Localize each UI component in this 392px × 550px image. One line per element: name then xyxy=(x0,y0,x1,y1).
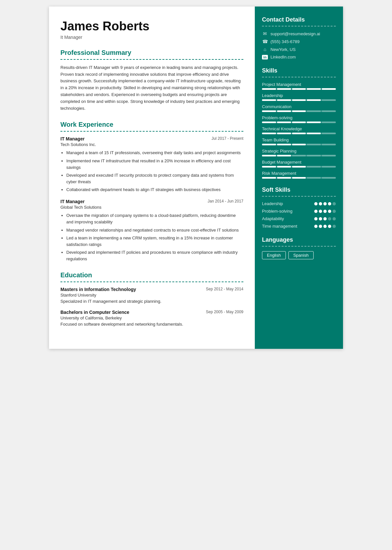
soft-skill-row: Adaptability xyxy=(262,216,336,221)
email-icon: ✉ xyxy=(262,31,268,36)
edu-1-dates: Sep 2012 - May 2014 xyxy=(206,287,243,291)
skill-segment xyxy=(262,166,276,168)
person-name: James Roberts xyxy=(60,20,243,33)
education-section-title: Education xyxy=(60,271,243,279)
soft-skill-name: Problem-solving xyxy=(262,209,292,214)
dot xyxy=(319,202,322,205)
list-item: Collaborated with department heads to al… xyxy=(66,186,243,193)
skill-bar xyxy=(262,144,336,145)
skill-bar xyxy=(262,99,336,101)
skills-section: Skills Project ManagementLeadershipCommu… xyxy=(262,67,336,179)
skills-container: Project ManagementLeadershipCommunicatio… xyxy=(262,82,336,179)
skill-segment xyxy=(322,88,336,90)
skill-segment xyxy=(262,155,276,156)
job-1-company: Tech Solutions Inc. xyxy=(60,142,243,147)
languages-section-title: Languages xyxy=(262,236,336,243)
skill-name: Technical Knowledge xyxy=(262,126,336,131)
dot xyxy=(333,225,336,228)
dot xyxy=(314,225,318,228)
skills-section-title: Skills xyxy=(262,67,336,74)
skill-item: Budget Management xyxy=(262,160,336,168)
skill-bar xyxy=(262,177,336,179)
dot xyxy=(328,225,331,228)
dot xyxy=(323,202,327,205)
skill-segment xyxy=(307,155,321,156)
contact-linkedin: in LinkedIn.com xyxy=(262,55,336,59)
skill-bar xyxy=(262,166,336,168)
dot xyxy=(328,202,331,205)
skill-segment xyxy=(307,177,321,179)
skill-item: Strategic Planning xyxy=(262,149,336,156)
skill-segment xyxy=(322,166,336,168)
contact-phone: ☎ (555) 345-6789 xyxy=(262,39,336,44)
dot xyxy=(328,210,331,213)
skill-name: Risk Management xyxy=(262,171,336,176)
soft-skill-name: Leadership xyxy=(262,201,283,206)
dot xyxy=(323,217,327,220)
skill-segment xyxy=(277,155,291,156)
skill-segment xyxy=(307,121,321,123)
skill-segment xyxy=(292,110,306,112)
skill-segment xyxy=(307,144,321,145)
skill-bar xyxy=(262,155,336,156)
list-item: Managed a team of 15 IT professionals, o… xyxy=(66,150,243,156)
contact-location-text: NewYork, US xyxy=(270,47,296,52)
skill-segment xyxy=(322,133,336,134)
skill-segment xyxy=(277,99,291,101)
summary-section: Professional Summary Results-driven IT M… xyxy=(60,49,243,112)
list-item: Led a team in implementing a new CRM sys… xyxy=(66,235,243,248)
skill-name: Budget Management xyxy=(262,160,336,165)
experience-divider xyxy=(60,131,243,132)
dot xyxy=(328,217,331,220)
skill-segment xyxy=(277,144,291,145)
skill-name: Strategic Planning xyxy=(262,149,336,154)
soft-skill-dots xyxy=(314,217,336,220)
job-2: IT Manager Jan 2014 - Jun 2017 Global Te… xyxy=(60,199,243,262)
skill-segment xyxy=(292,121,306,123)
skill-name: Team Building xyxy=(262,138,336,142)
contact-email: ✉ support@resumedesign.ai xyxy=(262,31,336,36)
soft-skill-row: Problem-solving xyxy=(262,209,336,214)
skill-bar xyxy=(262,121,336,123)
skill-item: Communication xyxy=(262,104,336,112)
contact-linkedin-text: LinkedIn.com xyxy=(270,55,296,59)
skill-name: Leadership xyxy=(262,93,336,98)
skills-divider xyxy=(262,77,336,77)
list-item: Developed and implemented IT policies an… xyxy=(66,249,243,262)
language-english: English xyxy=(262,251,286,259)
education-section: Education Masters in Information Technol… xyxy=(60,271,243,327)
skill-segment xyxy=(277,110,291,112)
dot xyxy=(319,225,322,228)
job-2-company: Global Tech Solutions xyxy=(60,205,243,210)
contact-location: ⌂ NewYork, US xyxy=(262,47,336,52)
edu-2-desc: Focused on software development and netw… xyxy=(60,322,243,327)
list-item: Developed and executed IT security proto… xyxy=(66,172,243,185)
skill-segment xyxy=(262,121,276,123)
summary-section-title: Professional Summary xyxy=(60,49,243,57)
edu-2: Bachelors in Computer Science Sep 2005 -… xyxy=(60,310,243,327)
language-badges: English Spanish xyxy=(262,251,336,259)
person-title: It Manager xyxy=(60,35,243,40)
job-2-bullets: Oversaw the migration of company systems… xyxy=(60,212,243,262)
job-1-title: IT Manager xyxy=(60,136,85,141)
skill-segment xyxy=(262,99,276,101)
edu-2-school: University of California, Berkeley xyxy=(60,315,243,320)
skill-segment xyxy=(262,133,276,134)
skill-bar xyxy=(262,133,336,134)
skill-segment xyxy=(262,177,276,179)
edu-1-desc: Specialized in IT management and strateg… xyxy=(60,299,243,304)
contact-divider xyxy=(262,26,336,26)
languages-divider xyxy=(262,246,336,247)
summary-divider xyxy=(60,59,243,60)
resume-wrapper: James Roberts It Manager Professional Su… xyxy=(49,7,343,349)
edu-2-degree: Bachelors in Computer Science xyxy=(60,310,129,315)
skill-segment xyxy=(277,177,291,179)
education-divider xyxy=(60,282,243,282)
dot xyxy=(323,210,327,213)
soft-skills-section: Soft Skills LeadershipProblem-solvingAda… xyxy=(262,186,336,229)
soft-skill-row: Leadership xyxy=(262,201,336,206)
edu-1-header: Masters in Information Technology Sep 20… xyxy=(60,287,243,292)
skill-name: Project Management xyxy=(262,82,336,87)
phone-icon: ☎ xyxy=(262,39,268,44)
job-2-dates: Jan 2014 - Jun 2017 xyxy=(208,199,243,203)
